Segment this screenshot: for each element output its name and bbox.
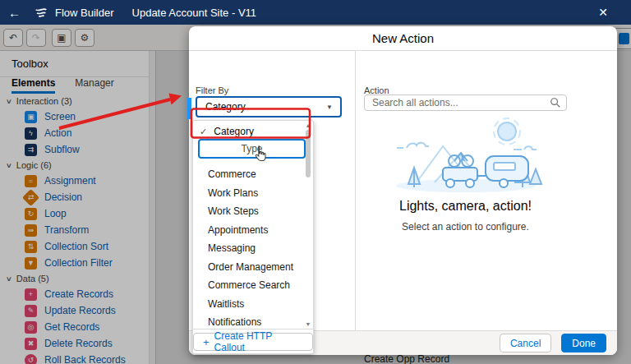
option-work-plans[interactable]: Work Plans — [193, 184, 313, 203]
empty-state-subtitle: Select an action to configure. — [364, 221, 567, 233]
filter-column: Filter By Category ▼ ✓ Category Type — [189, 51, 356, 330]
option-type[interactable]: Type — [198, 139, 306, 159]
flow-title: Update Account Site - V11 — [132, 7, 257, 19]
option-appointments[interactable]: Appointments — [193, 221, 313, 240]
empty-state: Lights, camera, action! Select an action… — [364, 108, 567, 233]
done-button[interactable]: Done — [561, 334, 606, 352]
filter-by-label: Filter By — [196, 85, 228, 95]
dropdown-scrollbar[interactable]: ▲ ▼ — [304, 122, 312, 327]
chevron-down-icon: ▼ — [326, 104, 340, 111]
option-work-steps[interactable]: Work Steps — [193, 202, 313, 221]
checkmark-icon: ✓ — [200, 127, 207, 137]
option-commerce-search[interactable]: Commerce Search — [193, 276, 313, 295]
flow-builder-app: ← Flow Builder Update Account Site - V11… — [0, 0, 631, 364]
option-commerce[interactable]: Commerce — [193, 165, 313, 184]
option-category[interactable]: ✓ Category — [193, 122, 313, 141]
back-arrow-icon[interactable]: ← — [8, 6, 21, 20]
focus-fragment-bar — [187, 98, 191, 119]
flow-builder-logo-icon — [34, 5, 48, 20]
dropdown-plain-options: Commerce Work Plans Work Steps Appointme… — [193, 165, 313, 329]
option-order-management[interactable]: Order Management — [193, 258, 313, 277]
dropdown-option-list: ✓ Category Type Commerce Work Plans Work… — [193, 121, 313, 329]
option-waitlists[interactable]: Waitlists — [193, 295, 313, 314]
filter-by-combobox[interactable]: Category ▼ — [196, 96, 342, 117]
camping-illustration — [384, 113, 548, 196]
app-name: Flow Builder — [55, 7, 114, 19]
modal-title: New Action — [189, 26, 617, 51]
top-header-bar: ← Flow Builder Update Account Site - V11… — [0, 0, 631, 25]
scrollbar-thumb[interactable] — [306, 130, 311, 177]
option-label: Category — [214, 126, 254, 137]
create-http-callout-button[interactable]: + Create HTTP Callout — [193, 333, 313, 351]
dropdown-footer: + Create HTTP Callout — [193, 329, 313, 354]
modal-body: Filter By Category ▼ ✓ Category Type — [189, 51, 617, 330]
cancel-button[interactable]: Cancel — [500, 334, 551, 352]
action-column: Action — [356, 51, 617, 330]
combobox-value: Category — [197, 101, 326, 113]
new-action-modal: New Action Filter By Category ▼ ✓ Catego… — [189, 26, 617, 355]
plus-icon: + — [203, 336, 210, 348]
button-label: Create HTTP Callout — [214, 330, 303, 353]
option-messaging[interactable]: Messaging — [193, 239, 313, 258]
filter-dropdown-popup: ✓ Category Type Commerce Work Plans Work… — [192, 120, 314, 354]
search-icon — [550, 97, 561, 108]
close-icon[interactable]: ✕ — [598, 6, 608, 19]
option-notifications[interactable]: Notifications — [193, 313, 313, 329]
empty-state-title: Lights, camera, action! — [364, 199, 567, 214]
scroll-up-icon[interactable]: ▲ — [306, 122, 311, 128]
scroll-down-icon[interactable]: ▼ — [306, 321, 311, 327]
